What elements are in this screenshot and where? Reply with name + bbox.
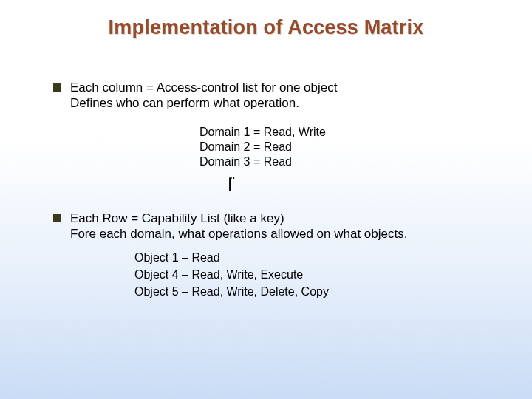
domain-line: Domain 1 = Read, Write xyxy=(200,125,488,140)
bullet1-heading: Each column = Access-control list for on… xyxy=(70,81,337,95)
bullet2-sub: Fore each domain, what operations allowe… xyxy=(70,227,407,241)
domain-line: Domain 2 = Read xyxy=(200,140,488,154)
bullet-square-icon xyxy=(53,214,61,222)
bullet1-sub: Defines who can perform what operation. xyxy=(70,96,299,110)
vertical-ellipsis-icon: ❙̈ xyxy=(0,177,488,190)
slide-content: Each column = Access-control list for on… xyxy=(53,80,488,301)
spacer xyxy=(53,190,488,211)
bullet-square-icon xyxy=(53,83,61,92)
slide: Implementation of Access Matrix Each col… xyxy=(0,0,532,399)
bullet-text: Each Row = Capability List (like a key) … xyxy=(70,211,407,242)
bullet-column: Each column = Access-control list for on… xyxy=(53,80,488,112)
object-line: Object 4 – Read, Write, Execute xyxy=(134,266,488,283)
domain-line: Domain 3 = Read xyxy=(200,154,488,169)
slide-title: Implementation of Access Matrix xyxy=(0,16,532,39)
object-line: Object 5 – Read, Write, Delete, Copy xyxy=(134,283,488,300)
bullet-row: Each Row = Capability List (like a key) … xyxy=(53,211,488,242)
object-list: Object 1 – Read Object 4 – Read, Write, … xyxy=(134,249,488,301)
bullet2-heading: Each Row = Capability List (like a key) xyxy=(70,211,284,225)
object-line: Object 1 – Read xyxy=(134,249,488,266)
bullet-text: Each column = Access-control list for on… xyxy=(70,80,337,112)
domain-list: Domain 1 = Read, Write Domain 2 = Read D… xyxy=(200,125,488,169)
